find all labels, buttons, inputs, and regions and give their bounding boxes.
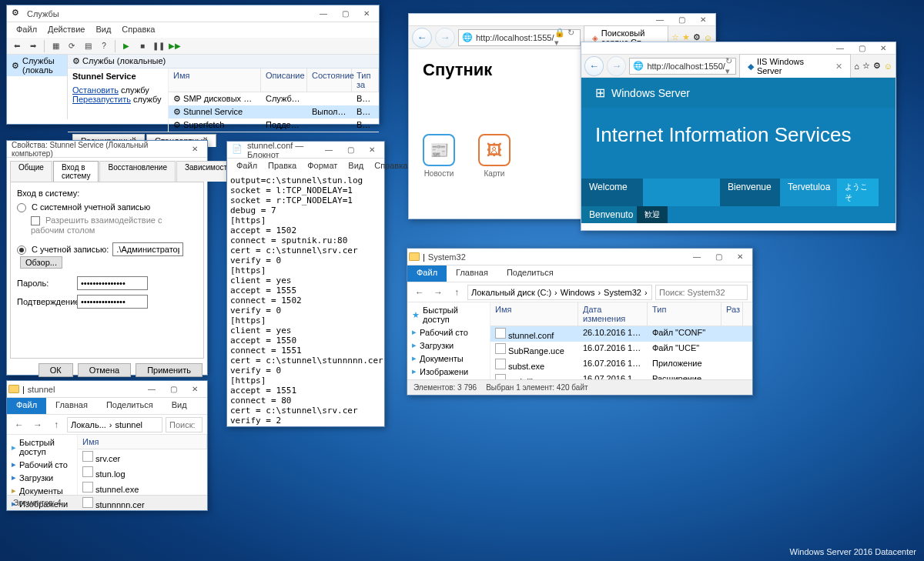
ribbon-home[interactable]: Главная [46, 398, 97, 414]
ok-button[interactable]: ОК [38, 363, 73, 377]
cancel-button[interactable]: Отмена [78, 363, 131, 377]
ie-tab[interactable]: ◆ IIS Windows Server ✕ [739, 54, 851, 78]
file-row[interactable]: SubRange.uce16.07.2016 16:19Файл "UCE" [490, 342, 752, 357]
sidebar-item[interactable]: ▸Быстрый доступ [7, 436, 77, 458]
props-titlebar[interactable]: Свойства: Stunnel Service (Локальный ком… [7, 141, 207, 158]
tab-logon[interactable]: Вход в систему [53, 161, 99, 182]
notepad-content[interactable]: output=c:\stunnel\stun.log socket = l:TC… [227, 174, 384, 427]
restart-icon[interactable]: ▶▶ [168, 39, 182, 53]
menu-file[interactable]: Файл [12, 24, 42, 36]
apply-button[interactable]: Применить [136, 363, 203, 377]
restart-service-link[interactable]: Перезапустить [72, 95, 131, 104]
ie-forward-button[interactable]: → [607, 56, 626, 76]
export-icon[interactable]: ▤ [81, 39, 95, 53]
col-state[interactable]: Состояние [307, 68, 352, 92]
sidebar-item[interactable]: ▸Рабочий сто [7, 458, 77, 471]
file-row[interactable]: stunnnnn.cer [78, 496, 207, 511]
pause-icon[interactable]: ❚❚ [152, 39, 166, 53]
breadcrumb[interactable]: Локальный диск (C:)› Windows› System32› [467, 285, 652, 300]
sidebar-item[interactable]: ▸Рабочий сто [407, 326, 490, 339]
minimize-button[interactable]: — [313, 7, 334, 21]
menu-format[interactable]: Формат [303, 160, 342, 172]
services-titlebar[interactable]: ⚙ Службы — ▢ ✕ [7, 5, 379, 22]
minimize-button[interactable]: — [829, 42, 851, 55]
sidebar-item[interactable]: ▸Изображени [407, 365, 490, 378]
ribbon-share[interactable]: Поделиться [97, 398, 162, 414]
back-button[interactable]: ⬅ [10, 39, 24, 53]
tile-news[interactable]: 📰 Новости [423, 134, 455, 178]
col-name[interactable]: Имя [78, 435, 207, 449]
toolbar-view-icon[interactable]: ▦ [49, 39, 62, 53]
ribbon-view[interactable]: Вид [162, 398, 196, 414]
menu-action[interactable]: Действие [43, 24, 89, 36]
nav-up[interactable]: ↑ [49, 419, 64, 430]
sidebar-item[interactable]: ★Быстрый доступ [407, 304, 490, 326]
file-row[interactable]: stunnel.conf26.10.2016 11:01Файл "CONF" [490, 326, 752, 342]
ie-forward-button[interactable]: → [435, 28, 455, 48]
star-icon[interactable]: ☆ [862, 61, 870, 71]
col-type[interactable]: Тип [648, 302, 721, 326]
maximize-button[interactable]: ▢ [851, 42, 872, 55]
search-input[interactable] [166, 417, 203, 432]
close-button[interactable]: ✕ [361, 143, 383, 157]
col-date[interactable]: Дата изменения [578, 302, 648, 326]
ribbon-file[interactable]: Файл [7, 398, 46, 414]
account-input[interactable] [112, 242, 183, 256]
maximize-button[interactable]: ▢ [708, 250, 729, 264]
sidebar-item[interactable]: ▸Документы [407, 352, 490, 365]
file-row[interactable]: stun.log [78, 465, 207, 480]
menu-help[interactable]: Справка [370, 160, 412, 172]
tree-services-local[interactable]: ⚙ Службы (локаль [7, 55, 67, 76]
col-size[interactable]: Раз [721, 302, 743, 326]
file-row[interactable]: srv.cer [78, 449, 207, 465]
ribbon-home[interactable]: Главная [447, 265, 497, 282]
service-row[interactable]: ⚙ Stunnel ServiceВыполняетсяВручн [169, 105, 379, 119]
menu-edit[interactable]: Правка [263, 160, 301, 172]
close-button[interactable]: ✕ [729, 250, 751, 264]
smiley-icon[interactable]: ☺ [884, 62, 892, 71]
ie-address-bar[interactable]: 🌐 http://localhost:1550/ ↻ ▾ [629, 58, 736, 75]
tab-recovery[interactable]: Восстановление [99, 161, 176, 182]
menu-file[interactable]: Файл [232, 160, 262, 172]
ie-back-button[interactable]: ← [412, 28, 432, 48]
nav-back[interactable]: ← [12, 419, 27, 430]
tile-images[interactable]: 🖼 Карти [478, 134, 511, 178]
service-row[interactable]: ⚙ SuperfetchПоддержи...Вручн [169, 119, 379, 132]
sidebar-item[interactable]: ▸Загрузки [407, 339, 490, 352]
ie-address-bar[interactable]: 🌐 http://localhost:1555/ 🔒 ↻ ▾ [458, 29, 581, 46]
file-row[interactable]: stunnel.exe [78, 480, 207, 496]
close-button[interactable]: ✕ [356, 7, 377, 21]
home-icon[interactable]: ⌂ [854, 62, 859, 71]
gear-icon[interactable]: ⚙ [873, 61, 881, 71]
radio-this-account[interactable] [17, 245, 26, 255]
play-icon[interactable]: ▶ [119, 39, 133, 53]
minimize-button[interactable]: — [318, 143, 340, 157]
forward-button[interactable]: ➡ [26, 39, 40, 53]
ribbon-file[interactable]: Файл [407, 265, 447, 282]
tab-close-icon[interactable]: ✕ [835, 62, 842, 72]
confirm-password-input[interactable] [77, 295, 148, 309]
radio-system-account[interactable] [17, 203, 26, 212]
minimize-button[interactable]: — [649, 13, 671, 27]
maximize-button[interactable]: ▢ [334, 7, 356, 21]
col-desc[interactable]: Описание [261, 68, 307, 92]
stop-icon[interactable]: ■ [136, 39, 149, 53]
close-button[interactable]: ✕ [184, 142, 206, 156]
tab-general[interactable]: Общие [10, 161, 52, 182]
ribbon-share[interactable]: Поделиться [497, 265, 563, 282]
menu-help[interactable]: Справка [117, 24, 159, 36]
close-button[interactable]: ✕ [184, 382, 206, 396]
menu-view[interactable]: Вид [343, 160, 368, 172]
refresh-icon[interactable]: ⟳ [65, 39, 79, 53]
col-name[interactable]: Имя [490, 302, 578, 326]
nav-up[interactable]: ↑ [449, 287, 464, 298]
nav-forward[interactable]: → [30, 419, 45, 430]
col-type[interactable]: Тип за [352, 68, 379, 92]
maximize-button[interactable]: ▢ [671, 13, 692, 27]
browse-button[interactable]: Обзор... [20, 256, 62, 269]
minimize-button[interactable]: — [141, 382, 162, 396]
stop-service-link[interactable]: Остановить [72, 85, 119, 95]
search-input[interactable] [655, 285, 748, 300]
help-icon[interactable]: ? [97, 39, 111, 53]
menu-view[interactable]: Вид [91, 24, 116, 36]
